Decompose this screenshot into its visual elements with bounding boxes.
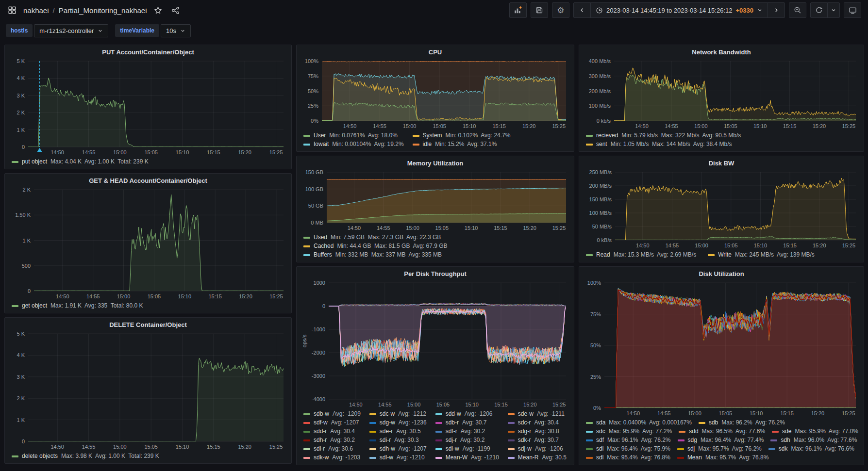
legend-series-name: delete objects <box>22 452 58 460</box>
svg-text:15:00: 15:00 <box>407 402 421 407</box>
per-disk-chart[interactable]: 10000-1000-2000-3000-400014:5014:5515:00… <box>300 279 570 409</box>
legend-item-sdf-w[interactable]: sdf-wAvg: -1207 <box>303 419 361 427</box>
save-dashboard-button[interactable] <box>531 2 548 18</box>
legend-item-sdg[interactable]: sdgMax: 96.4% Avg: 77.4% <box>678 436 764 444</box>
panel-title[interactable]: CPU <box>300 48 570 57</box>
legend-item-sdk-r[interactable]: sdk-rAvg: 30.7 <box>508 436 567 444</box>
dashboard-settings-button[interactable]: ⚙ <box>552 2 569 18</box>
legend-item-used[interactable]: UsedMin: 7.59 GB Max: 27.3 GB Avg: 22.3 … <box>303 233 448 242</box>
get-chart[interactable]: 05001 K1.50 K2 K14:5014:5515:0015:0515:1… <box>9 186 287 301</box>
legend-series-name: sdb <box>709 419 718 427</box>
panel-title[interactable]: GET & HEAD Account/Container/Object <box>9 176 287 186</box>
legend-item-sdf[interactable]: sdfMax: 96.1% Avg: 76.2% <box>586 436 671 444</box>
cpu-chart[interactable]: 0%25%50%75%100%14:5014:5515:0015:0515:10… <box>300 57 570 130</box>
legend-item-iowait[interactable]: IowaitMin: 0.00104% Avg: 19.2% <box>303 140 404 148</box>
legend-item-sdj[interactable]: sdjMax: 95.7% Avg: 76.2% <box>677 445 762 453</box>
legend-item-sdl[interactable]: sdlMax: 95.4% Avg: 76.8% <box>586 454 670 462</box>
legend-item-sdb-r[interactable]: sdb-rAvg: 30.7 <box>435 419 499 427</box>
disk-utilization-chart[interactable]: 0%25%50%75%100%14:5014:5515:0015:0515:10… <box>583 279 860 418</box>
legend-item-sdj-w[interactable]: sdj-wAvg: -1206 <box>508 445 567 453</box>
legend-item-sdg-w[interactable]: sdg-wAvg: -1236 <box>369 419 427 427</box>
legend-item-sdf-r[interactable]: sdf-rAvg: 30.2 <box>435 427 499 436</box>
svg-text:15:05: 15:05 <box>144 444 158 450</box>
variable-time-dropdown[interactable]: 10s <box>161 24 191 37</box>
time-back-button[interactable] <box>573 2 591 18</box>
disk-bw-chart[interactable]: 0 kB/s50 MB/s100 MB/s150 MB/s200 MB/s250… <box>583 168 860 250</box>
legend-item-sdb-w[interactable]: sdb-wAvg: -1209 <box>303 410 361 418</box>
tv-mode-button[interactable] <box>844 2 861 18</box>
legend-item-mean-r[interactable]: Mean-RAvg: 30.5 <box>508 454 567 462</box>
breadcrumb-folder[interactable]: nakhaei <box>23 6 49 15</box>
legend-item-sdi-r[interactable]: sdi-rAvg: 30.3 <box>369 436 427 444</box>
legend-item-sdd-r[interactable]: sdd-rAvg: 30.4 <box>303 427 361 436</box>
legend-item-sde[interactable]: sdeMax: 95.9% Avg: 77.0% <box>772 427 858 436</box>
legend-item-get-object[interactable]: get objectMax: 1.91 K Avg: 335 Total: 80… <box>12 302 143 310</box>
panel-title[interactable]: DELETE Container/Object <box>9 320 287 330</box>
legend-item-write[interactable]: WriteMax: 245 MB/s Avg: 139 MB/s <box>708 251 815 259</box>
zoom-out-button[interactable] <box>789 2 806 18</box>
star-icon[interactable] <box>152 4 165 16</box>
legend-item-system[interactable]: SystemMin: 0.102% Avg: 24.7% <box>413 131 511 140</box>
panel-per-disk-throughput: Per Disk Throughput 10000-1000-2000-3000… <box>296 266 574 465</box>
legend-item-mean[interactable]: MeanMax: 95.7% Avg: 76.8% <box>677 454 769 462</box>
legend-item-user[interactable]: UserMin: 0.0761% Avg: 18.0% <box>303 131 404 140</box>
svg-text:25%: 25% <box>308 103 318 109</box>
legend-item-sda[interactable]: sdaMax: 0.0400% Avg: 0.000167% <box>586 419 692 427</box>
legend-item-sdh[interactable]: sdhMax: 96.0% Avg: 77.6% <box>770 436 857 444</box>
svg-text:15:00: 15:00 <box>406 225 419 231</box>
refresh-interval-dropdown[interactable] <box>827 2 840 18</box>
panel-title[interactable]: PUT Account/Container/Object <box>9 48 287 57</box>
legend-item-sdl-r[interactable]: sdl-rAvg: 30.6 <box>303 445 361 453</box>
breadcrumb-dashboard[interactable]: Partial_Monitoring_nakhaei <box>59 6 147 15</box>
legend-item-put-object[interactable]: put objectMax: 4.04 K Avg: 1.00 K Total:… <box>12 158 149 166</box>
legend-item-read[interactable]: ReadMax: 15.3 MB/s Avg: 2.69 MB/s <box>586 251 696 259</box>
legend-color-dash <box>435 439 442 441</box>
legend-item-cached[interactable]: CachedMin: 44.4 GB Max: 81.5 GB Avg: 67.… <box>303 242 448 250</box>
legend-series-stats: Avg: 30.7 <box>534 436 559 444</box>
panel-title[interactable]: Disk BW <box>583 159 860 168</box>
variable-hostls-dropdown[interactable]: m-r1z1s2-controller <box>34 24 108 37</box>
legend-item-sdd[interactable]: sddMax: 96.5% Avg: 77.6% <box>679 427 765 436</box>
apps-grid-icon[interactable] <box>6 4 18 16</box>
legend-item-sdl-w[interactable]: sdl-wAvg: -1210 <box>369 454 427 462</box>
legend-item-sdc-r[interactable]: sdc-rAvg: 30.4 <box>508 419 567 427</box>
panel-title[interactable]: Per Disk Throughput <box>300 269 570 279</box>
legend-item-sde-r[interactable]: sde-rAvg: 30.5 <box>369 427 427 436</box>
add-panel-button[interactable] <box>509 2 527 18</box>
legend-item-sdg-r[interactable]: sdg-rAvg: 30.8 <box>508 427 567 436</box>
legend-item-sent[interactable]: sentMin: 1.05 Mb/s Max: 144 Mb/s Avg: 38… <box>586 140 741 148</box>
delete-chart[interactable]: 01 K2 K3 K4 K5 K14:5014:5515:0015:0515:1… <box>9 330 287 451</box>
panel-title[interactable]: Network Bandwidth <box>583 48 860 57</box>
put-chart[interactable]: 01 K2 K3 K4 K5 K14:5014:5515:0015:0515:1… <box>9 57 287 157</box>
refresh-button[interactable] <box>810 2 828 18</box>
network-chart[interactable]: 0 kb/s100 Mb/s200 Mb/s300 Mb/s400 Mb/s14… <box>583 57 860 130</box>
legend-item-sdk-w[interactable]: sdk-wAvg: -1203 <box>303 454 361 462</box>
panel-title[interactable]: Disk Utilization <box>583 269 860 279</box>
legend-item-sdb[interactable]: sdbMax: 96.2% Avg: 76.2% <box>699 419 785 427</box>
legend-item-idle[interactable]: idleMin: 15.2% Avg: 37.1% <box>413 140 511 148</box>
legend-item-sdd-w[interactable]: sdd-wAvg: -1206 <box>435 410 499 418</box>
legend-item-sdc-w[interactable]: sdc-wAvg: -1212 <box>369 410 427 418</box>
svg-text:500: 500 <box>22 263 31 269</box>
legend-item-sde-w[interactable]: sde-wAvg: -1211 <box>508 410 567 418</box>
legend-item-sdc[interactable]: sdcMax: 95.9% Avg: 77.2% <box>586 427 672 436</box>
time-range-picker[interactable]: 2023-03-14 14:45:19 to 2023-03-14 15:26:… <box>590 2 768 18</box>
legend-item-sdi[interactable]: sdiMax: 96.4% Avg: 75.9% <box>586 445 670 453</box>
legend-item-sdh-w[interactable]: sdh-wAvg: -1207 <box>369 445 427 453</box>
legend-series-name: sdl-w <box>380 454 393 462</box>
share-icon[interactable] <box>169 4 182 16</box>
panel-title[interactable]: Memory Utilization <box>300 159 570 168</box>
legend-item-sdi-w[interactable]: sdi-wAvg: -1199 <box>435 445 499 453</box>
legend-item-recieved[interactable]: recievedMin: 5.79 kb/s Max: 322 Mb/s Avg… <box>586 131 741 140</box>
legend-item-sdh-r[interactable]: sdh-rAvg: 30.2 <box>303 436 361 444</box>
legend-item-delete-objects[interactable]: delete objectsMax: 3.98 K Avg: 1.00 K To… <box>12 452 159 460</box>
time-forward-button[interactable] <box>768 2 785 18</box>
svg-text:14:55: 14:55 <box>665 123 678 129</box>
legend-item-buffers[interactable]: BuffersMin: 332 MB Max: 337 MB Avg: 335 … <box>303 251 448 259</box>
legend-item-mean-w[interactable]: Mean-WAvg: -1210 <box>435 454 499 462</box>
legend-item-sdj-r[interactable]: sdj-rAvg: 30.2 <box>435 436 499 444</box>
legend-item-sdk[interactable]: sdkMax: 96.1% Avg: 76.6% <box>768 445 854 453</box>
per-disk-legend: sdb-wAvg: -1209sdc-wAvg: -1212sdd-wAvg: … <box>300 409 570 462</box>
memory-chart[interactable]: 0 MB50 GB100 GB150 GB14:5014:5515:0015:0… <box>300 168 570 232</box>
legend-series-name: User <box>314 131 326 140</box>
